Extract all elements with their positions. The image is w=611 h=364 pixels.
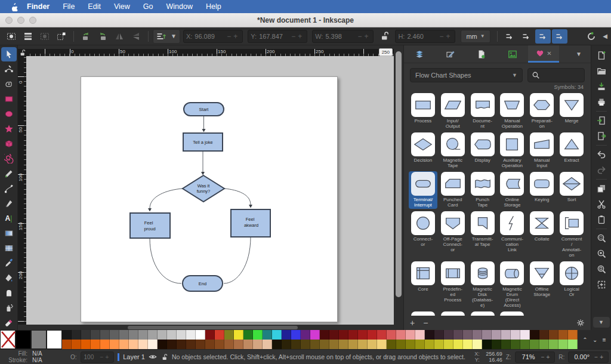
symbol-set-dropdown[interactable]: Flow Chart Shapes▼: [410, 68, 523, 82]
palette-swatch[interactable]: [444, 330, 453, 340]
duplicate-button[interactable]: [593, 181, 610, 196]
palette-swatch[interactable]: [511, 330, 520, 340]
symbol-delay[interactable]: Delay: [439, 311, 467, 316]
paste-button[interactable]: [593, 212, 610, 227]
palette-swatch[interactable]: [91, 330, 100, 340]
eraser-tool[interactable]: [1, 316, 17, 330]
palette-swatch[interactable]: [291, 340, 301, 349]
move-gradients-toggle[interactable]: [502, 29, 517, 44]
tab-document-properties[interactable]: [466, 45, 497, 63]
select-all-button[interactable]: [4, 29, 19, 44]
rectangle-tool[interactable]: [1, 92, 17, 106]
menu-item-window[interactable]: Window: [159, 0, 199, 13]
palette-swatch[interactable]: [263, 340, 272, 349]
symbol-zoom-out-button[interactable]: −: [423, 319, 428, 327]
palette-swatch[interactable]: [568, 330, 578, 340]
palette-swatch[interactable]: [453, 340, 463, 349]
palette-swatch[interactable]: [415, 330, 425, 340]
palette-swatch[interactable]: [272, 340, 282, 349]
vertical-scrollbar-thumb[interactable]: [396, 51, 402, 297]
palette-swatch[interactable]: [301, 330, 310, 340]
layer-visibility-icon[interactable]: [149, 353, 157, 361]
palette-swatch[interactable]: [72, 330, 81, 340]
palette-swatch[interactable]: [406, 340, 415, 349]
palette-swatch[interactable]: [425, 340, 434, 349]
save-button[interactable]: [593, 79, 610, 94]
symbol-display[interactable]: Display: [468, 132, 497, 169]
palette-swatch[interactable]: [158, 340, 167, 349]
palette-swatch[interactable]: [119, 340, 129, 349]
canvas-viewport[interactable]: Start Tell a joke Was it funny? Feel pro…: [26, 56, 394, 325]
node-editor-tool[interactable]: [1, 62, 17, 76]
palette-swatch[interactable]: [425, 330, 434, 340]
snap-toggle[interactable]: [584, 29, 599, 44]
x-coordinate-field[interactable]: X:96.089−+: [183, 30, 243, 43]
lock-ratio-toggle[interactable]: [377, 29, 392, 44]
palette-swatch[interactable]: [205, 340, 215, 349]
menu-item-view[interactable]: View: [107, 0, 137, 13]
palette-swatch[interactable]: [263, 330, 272, 340]
layer-lock-icon[interactable]: [161, 353, 168, 361]
menu-item-edit[interactable]: Edit: [81, 0, 107, 13]
vertical-scrollbar[interactable]: [394, 49, 403, 325]
selector-tool[interactable]: [1, 47, 17, 61]
symbol-off-page-connector[interactable]: Off-PageConnect-or: [439, 211, 467, 259]
cut-button[interactable]: [593, 196, 610, 212]
symbol-transmittal-tape[interactable]: Transmitt-al Tape: [468, 211, 497, 259]
palette-swatch[interactable]: [177, 330, 186, 340]
palette-swatch[interactable]: [272, 330, 282, 340]
palette-swatch[interactable]: [119, 330, 129, 340]
palette-swatch[interactable]: [243, 330, 253, 340]
palette-swatch[interactable]: [387, 340, 396, 349]
palette-swatch[interactable]: [81, 330, 91, 340]
palette-swatch[interactable]: [348, 340, 358, 349]
palette-swatch[interactable]: [148, 340, 158, 349]
opacity-field[interactable]: 100−+: [81, 351, 115, 363]
open-button[interactable]: [593, 63, 610, 79]
palette-swatch[interactable]: [62, 340, 72, 349]
palette-swatch[interactable]: [539, 330, 549, 340]
zoom-drawing-button[interactable]: [593, 246, 610, 261]
tab-export[interactable]: [497, 45, 528, 63]
layer-name[interactable]: Layer 1: [123, 353, 145, 360]
palette-swatch[interactable]: [177, 340, 186, 349]
tweak-tool[interactable]: [1, 286, 17, 300]
symbol-input-output[interactable]: Input/Output: [439, 92, 467, 130]
palette-swatch[interactable]: [320, 340, 329, 349]
width-field[interactable]: W:5.398−+: [312, 30, 374, 43]
fill-stroke-indicator[interactable]: Fill:N/A Stroke:N/A: [2, 350, 67, 363]
palette-swatch[interactable]: [568, 340, 578, 349]
undo-button[interactable]: [593, 147, 610, 162]
palette-swatch[interactable]: [110, 340, 119, 349]
palette-swatch[interactable]: [224, 340, 234, 349]
gradient-tool[interactable]: [1, 226, 17, 240]
palette-swatch[interactable]: [234, 330, 243, 340]
symbol-collate[interactable]: Collate: [527, 211, 556, 259]
palette-swatch[interactable]: [196, 330, 205, 340]
palette-swatch[interactable]: [129, 330, 138, 340]
palette-swatch[interactable]: [473, 330, 482, 340]
symbol-manual-input[interactable]: ManualInput: [527, 132, 556, 169]
palette-swatch[interactable]: [186, 330, 196, 340]
mesh-gradient-tool[interactable]: [1, 241, 17, 255]
palette-swatch[interactable]: [310, 340, 320, 349]
units-dropdown[interactable]: mm▼: [461, 30, 490, 43]
shape-builder-tool[interactable]: [1, 77, 17, 91]
menu-item-help[interactable]: Help: [199, 0, 228, 13]
zoom-page-button[interactable]: [593, 261, 610, 277]
select-all-layers-button[interactable]: [20, 29, 36, 44]
palette-swatch[interactable]: [253, 330, 263, 340]
symbol-preparation[interactable]: Preparati-on: [527, 92, 556, 130]
palette-swatch[interactable]: [387, 330, 396, 340]
palette-swatch[interactable]: [339, 330, 348, 340]
palette-swatch[interactable]: [549, 340, 558, 349]
palette-swatch[interactable]: [558, 330, 568, 340]
palette-swatch[interactable]: [358, 330, 368, 340]
palette-swatch[interactable]: [167, 330, 177, 340]
palette-swatch[interactable]: [558, 340, 568, 349]
palette-swatch[interactable]: [310, 330, 320, 340]
palette-swatch[interactable]: [396, 340, 406, 349]
palette-swatch[interactable]: [463, 330, 473, 340]
palette-swatch[interactable]: [434, 340, 444, 349]
palette-swatch[interactable]: [406, 330, 415, 340]
